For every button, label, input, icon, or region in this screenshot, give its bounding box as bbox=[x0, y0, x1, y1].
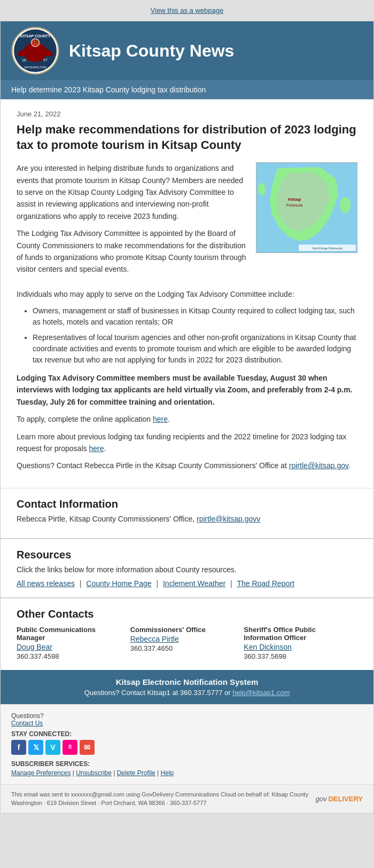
all-news-link[interactable]: All news releases bbox=[17, 579, 75, 588]
notification-banner: Kitsap Electronic Notification System Qu… bbox=[1, 670, 373, 704]
pipe-sep-1: | bbox=[80, 579, 82, 588]
contact-email-link[interactable]: rpirtle@kitsap.govv bbox=[197, 515, 260, 523]
footer-questions-area: Questions? Contact Us bbox=[11, 712, 363, 727]
learn-text: Learn more about previous lodging tax fu… bbox=[17, 432, 346, 453]
logo-delivery-text: DELIVERY bbox=[328, 795, 363, 803]
facebook-icon[interactable]: f bbox=[11, 740, 26, 755]
notification-email-link[interactable]: help@kitsap1.com bbox=[232, 689, 290, 697]
contact-col-1: Public Communications Manager Doug Bear … bbox=[17, 626, 130, 660]
delete-profile-link[interactable]: Delete Profile bbox=[117, 769, 155, 777]
questions-email-link[interactable]: rpirtle@kitsap.gov bbox=[289, 461, 348, 470]
bullet-item-1: Owners, management or staff of businesse… bbox=[33, 305, 357, 328]
help-link[interactable]: Help bbox=[161, 769, 174, 777]
questions-text: Questions? Contact Rebecca Pirtle in the… bbox=[17, 461, 289, 470]
county-home-link[interactable]: County Home Page bbox=[86, 579, 151, 588]
govdelivery-text: This email was sent to xxxxxxx@gmail.com… bbox=[11, 790, 310, 808]
kitsap-map: Kitsap Peninsula Visit Kitsap Peninsula bbox=[256, 162, 357, 253]
contact-col-3: Sheriff's Office Public Information Offi… bbox=[244, 626, 357, 660]
questions-paragraph: Questions? Contact Rebecca Pirtle in the… bbox=[17, 460, 357, 471]
footer-questions-label: Questions? bbox=[11, 712, 363, 720]
email-icon[interactable]: ✉ bbox=[80, 740, 95, 755]
svg-point-8 bbox=[36, 41, 37, 42]
contact-text: Rebecca Pirtle, Kitsap County Commission… bbox=[17, 515, 197, 523]
intro-paragraph-1: Are you interested in helping distribute… bbox=[17, 162, 247, 222]
twitter-icon[interactable]: 𝕏 bbox=[28, 740, 43, 755]
resources-section: Resources Click the links below for more… bbox=[1, 539, 373, 597]
subscriber-services-area: SUBSCRIBER SERVICES: Manage Preferences … bbox=[11, 760, 363, 777]
contact-1-name-link[interactable]: Doug Bear bbox=[17, 643, 125, 651]
contact-col-2: Commissioners' Office Rebecca Pirtle 360… bbox=[130, 626, 244, 660]
county-logo: KITSAP COUNTY 18 57 WASHINGTON bbox=[11, 27, 59, 75]
contact-section-title: Contact Information bbox=[17, 498, 357, 510]
svg-text:Visit Kitsap Peninsula: Visit Kitsap Peninsula bbox=[312, 247, 342, 250]
intro-paragraph-2: The Lodging Tax Advisory Committee is ap… bbox=[17, 227, 247, 275]
learn-link[interactable]: here bbox=[89, 444, 104, 453]
other-contacts-section: Other Contacts Public Communications Man… bbox=[1, 598, 373, 670]
article-body: Are you interested in helping distribute… bbox=[17, 162, 357, 472]
social-icons-row: f 𝕏 V fl ✉ bbox=[11, 740, 363, 755]
contact-3-phone: 360.337.5698 bbox=[244, 652, 352, 660]
flickr-icon[interactable]: fl bbox=[63, 740, 77, 755]
apply-paragraph: To apply, complete the online applicatio… bbox=[17, 413, 357, 425]
contacts-grid: Public Communications Manager Doug Bear … bbox=[17, 626, 357, 660]
manage-preferences-link[interactable]: Manage Preferences bbox=[11, 769, 71, 777]
important-dates: Lodging Tax Advisory Committee members m… bbox=[17, 372, 357, 408]
contact-section: Contact Information Rebecca Pirtle, Kits… bbox=[1, 488, 373, 538]
resources-description: Click the links below for more informati… bbox=[17, 565, 357, 574]
eligibility-list: Owners, management or staff of businesse… bbox=[33, 305, 357, 366]
notification-text-label: Questions? Contact Kitsap1 at 360.337.57… bbox=[84, 689, 233, 697]
pipe-sep-3: | bbox=[230, 579, 232, 588]
header-title: Kitsap County News bbox=[69, 41, 234, 61]
svg-point-24 bbox=[258, 183, 266, 196]
road-report-link[interactable]: The Road Report bbox=[237, 579, 294, 588]
apply-link[interactable]: here bbox=[153, 415, 168, 423]
svg-text:18: 18 bbox=[22, 58, 26, 62]
intro-paragraph-3: Individuals who may apply to serve on th… bbox=[17, 288, 357, 300]
contact-info-text: Rebecca Pirtle, Kitsap County Commission… bbox=[17, 515, 357, 523]
contact-2-phone: 360.337.4650 bbox=[130, 644, 239, 652]
notification-text: Questions? Contact Kitsap1 at 360.337.57… bbox=[11, 689, 363, 697]
subheader-text: Help determine 2023 Kitsap County lodgin… bbox=[11, 85, 206, 94]
svg-point-6 bbox=[32, 39, 39, 46]
notification-title: Kitsap Electronic Notification System bbox=[11, 677, 363, 686]
svg-text:Peninsula: Peninsula bbox=[286, 203, 302, 207]
contact-1-phone: 360.337.4598 bbox=[17, 652, 125, 660]
svg-point-23 bbox=[340, 197, 350, 213]
contact-2-name-link[interactable]: Rebecca Pirtle bbox=[130, 635, 239, 643]
learn-paragraph: Learn more about previous lodging tax fu… bbox=[17, 431, 357, 455]
govdelivery-logo: govDELIVERY bbox=[316, 795, 363, 803]
other-contacts-title: Other Contacts bbox=[17, 608, 357, 620]
footer-contact-link[interactable]: Contact Us bbox=[11, 720, 43, 727]
article-title: Help make recommendations for distributi… bbox=[17, 122, 357, 153]
svg-text:KITSAP COUNTY: KITSAP COUNTY bbox=[20, 34, 50, 38]
subscriber-services-label: SUBSCRIBER SERVICES: bbox=[11, 760, 363, 768]
unsubscribe-link[interactable]: Unsubscribe bbox=[76, 769, 112, 777]
contact-1-dept: Public Communications Manager bbox=[17, 626, 125, 642]
contact-3-name-link[interactable]: Ken Dickinson bbox=[244, 643, 352, 651]
footer-social-area: STAY CONNECTED: f 𝕏 V fl ✉ bbox=[11, 730, 363, 755]
apply-text: To apply, complete the online applicatio… bbox=[17, 415, 153, 423]
pipe-sep-2: | bbox=[156, 579, 158, 588]
svg-text:Kitsap: Kitsap bbox=[288, 197, 301, 202]
contact-3-dept: Sheriff's Office Public Information Offi… bbox=[244, 626, 352, 642]
resources-links: All news releases | County Home Page | I… bbox=[17, 579, 357, 588]
email-header: KITSAP COUNTY 18 57 WASHINGTON bbox=[1, 21, 373, 80]
article-date: June 21, 2022 bbox=[17, 110, 357, 118]
vimeo-icon[interactable]: V bbox=[45, 740, 60, 755]
bottom-footer: Questions? Contact Us STAY CONNECTED: f … bbox=[1, 704, 373, 784]
email-subheader: Help determine 2023 Kitsap County lodgin… bbox=[1, 80, 373, 99]
inclement-weather-link[interactable]: Inclement Weather bbox=[163, 579, 225, 588]
bullet-item-2: Representatives of local tourism agencie… bbox=[33, 332, 357, 366]
resources-title: Resources bbox=[17, 549, 357, 561]
govdelivery-footer: This email was sent to xxxxxxx@gmail.com… bbox=[1, 784, 373, 813]
main-content: June 21, 2022 Help make recommendations … bbox=[1, 99, 373, 488]
view-as-webpage-link[interactable]: View this as a webpage bbox=[151, 6, 223, 14]
svg-text:57: 57 bbox=[43, 58, 48, 62]
contact-2-dept: Commissioners' Office bbox=[130, 626, 239, 634]
stay-connected-label: STAY CONNECTED: bbox=[11, 730, 363, 738]
logo-gov-text: gov bbox=[316, 795, 327, 803]
svg-text:WASHINGTON: WASHINGTON bbox=[24, 66, 46, 69]
